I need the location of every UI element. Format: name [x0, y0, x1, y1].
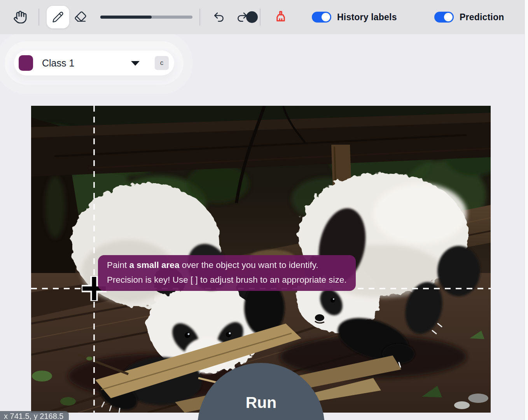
class-selector-label: Class 1 — [42, 58, 74, 69]
undo-button[interactable] — [212, 10, 226, 24]
eraser-tool-button[interactable] — [72, 9, 89, 26]
prediction-label: Prediction — [460, 0, 504, 34]
toolbar-divider — [38, 9, 39, 26]
toolbar-divider — [199, 9, 200, 26]
clear-labels-button[interactable] — [272, 8, 289, 26]
class-color-swatch — [19, 55, 33, 71]
draw-tool-button[interactable] — [47, 6, 69, 28]
run-button-label: Run — [198, 394, 325, 412]
eraser-icon — [74, 11, 87, 23]
toggle-knob — [444, 13, 453, 21]
history-labels-toggle[interactable] — [312, 12, 331, 23]
chevron-down-icon[interactable] — [131, 61, 140, 66]
class-selector-dropdown[interactable]: Class 1 c — [14, 51, 174, 75]
tooltip-line-1: Paint a small area over the object you w… — [107, 258, 347, 273]
pan-tool-button[interactable] — [11, 8, 30, 26]
undo-icon — [213, 11, 225, 23]
class-shortcut-badge: c — [155, 56, 169, 70]
toolbar-divider — [260, 9, 261, 26]
paint-hint-tooltip: Paint a small area over the object you w… — [98, 255, 356, 291]
history-labels-label: History labels — [337, 0, 397, 34]
broom-icon — [273, 9, 288, 25]
brush-size-slider[interactable] — [100, 10, 192, 24]
hand-icon — [13, 10, 27, 24]
redo-icon — [236, 11, 248, 23]
annotation-app: History labels Prediction Class 1 c — [0, 0, 528, 420]
toolbar: History labels Prediction — [0, 0, 528, 34]
cursor-coordinates-badge: x 741.5, y 2168.5 — [0, 411, 69, 420]
pencil-icon — [52, 11, 64, 23]
redo-button[interactable] — [235, 10, 249, 24]
toggle-knob — [322, 13, 330, 21]
tooltip-line-2: Precision is key! Use [ ] to adjust brus… — [107, 273, 347, 287]
window-edge-strip — [525, 0, 528, 420]
prediction-toggle[interactable] — [434, 12, 454, 23]
slider-fill — [100, 16, 152, 19]
